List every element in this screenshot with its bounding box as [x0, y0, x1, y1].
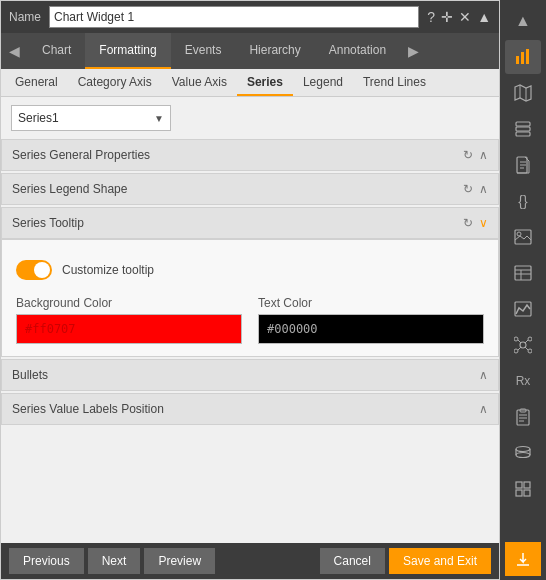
section-bullets-label: Bullets: [12, 368, 48, 382]
widget-title-input[interactable]: [49, 6, 419, 28]
preview-button[interactable]: Preview: [144, 548, 215, 574]
section-general-properties[interactable]: Series General Properties ↻ ∧: [1, 139, 499, 171]
right-sidebar: ▲ {}: [500, 0, 546, 580]
tab-formatting[interactable]: Formatting: [85, 33, 170, 69]
sidebar-stack-icon[interactable]: [505, 436, 541, 470]
subtab-series[interactable]: Series: [237, 69, 293, 96]
svg-line-27: [518, 347, 521, 350]
help-icon[interactable]: ?: [427, 9, 435, 25]
next-button[interactable]: Next: [88, 548, 141, 574]
section-tooltip-icons: ↻ ∨: [463, 216, 488, 230]
tab-hierarchy[interactable]: Hierarchy: [235, 33, 314, 69]
chevron-up-icon-2[interactable]: ∧: [479, 182, 488, 196]
sidebar-chart-icon[interactable]: [505, 40, 541, 74]
svg-line-28: [525, 347, 528, 350]
section-tooltip-container: Series Tooltip ↻ ∨ Customize tooltip: [1, 207, 499, 357]
sidebar-clipboard-icon[interactable]: [505, 400, 541, 434]
section-general-label: Series General Properties: [12, 148, 150, 162]
refresh-icon-2[interactable]: ↻: [463, 182, 473, 196]
svg-point-37: [516, 453, 530, 458]
text-color-input[interactable]: #000000: [258, 314, 484, 344]
sidebar-document-icon[interactable]: [505, 148, 541, 182]
svg-rect-7: [516, 127, 530, 131]
tab-annotation[interactable]: Annotation: [315, 33, 400, 69]
chevron-up-icon-3[interactable]: ∧: [479, 368, 488, 382]
section-legend-label: Series Legend Shape: [12, 182, 127, 196]
content-area: Series General Properties ↻ ∧ Series Leg…: [1, 139, 499, 543]
sidebar-rx-icon[interactable]: Rx: [505, 364, 541, 398]
svg-marker-3: [515, 85, 531, 101]
sidebar-table-icon[interactable]: [505, 256, 541, 290]
svg-rect-39: [524, 482, 530, 488]
refresh-icon-3[interactable]: ↻: [463, 216, 473, 230]
sub-tab-bar: General Category Axis Value Axis Series …: [1, 69, 499, 97]
text-color-value: #000000: [267, 322, 318, 336]
svg-point-21: [514, 337, 518, 341]
chevron-up-icon[interactable]: ∧: [479, 148, 488, 162]
section-tooltip-content: Customize tooltip Background Color #ff07…: [1, 239, 499, 357]
tab-bar: ◀ Chart Formatting Events Hierarchy Anno…: [1, 33, 499, 69]
svg-rect-0: [516, 56, 519, 64]
bg-color-value: #ff0707: [25, 322, 76, 336]
series-dropdown-row: Series1 ▼: [1, 97, 499, 139]
series-dropdown[interactable]: Series1 ▼: [11, 105, 171, 131]
close-icon[interactable]: ✕: [459, 9, 471, 25]
chevron-down-icon: ▼: [154, 113, 164, 124]
subtab-value-axis[interactable]: Value Axis: [162, 69, 237, 96]
customize-tooltip-label: Customize tooltip: [62, 263, 154, 277]
section-legend-shape[interactable]: Series Legend Shape ↻ ∧: [1, 173, 499, 205]
section-value-labels-label: Series Value Labels Position: [12, 402, 164, 416]
tab-arrow-right[interactable]: ▶: [400, 33, 427, 69]
bg-color-field: Background Color #ff0707: [16, 296, 242, 344]
main-panel: Name ? ✛ ✕ ▲ ◀ Chart Formatting Events H…: [0, 0, 500, 580]
text-color-field: Text Color #000000: [258, 296, 484, 344]
sidebar-grid2-icon[interactable]: [505, 472, 541, 506]
sidebar-image-icon[interactable]: [505, 220, 541, 254]
refresh-icon[interactable]: ↻: [463, 148, 473, 162]
previous-button[interactable]: Previous: [9, 548, 84, 574]
section-tooltip-header[interactable]: Series Tooltip ↻ ∨: [1, 207, 499, 239]
svg-point-23: [514, 349, 518, 353]
tab-chart[interactable]: Chart: [28, 33, 85, 69]
svg-rect-41: [524, 490, 530, 496]
chevron-down-icon-2[interactable]: ∨: [479, 216, 488, 230]
svg-rect-2: [526, 49, 529, 64]
svg-point-24: [528, 349, 532, 353]
subtab-legend[interactable]: Legend: [293, 69, 353, 96]
subtab-general[interactable]: General: [5, 69, 68, 96]
chevron-up-icon-4[interactable]: ∧: [479, 402, 488, 416]
svg-line-26: [525, 340, 528, 343]
tab-arrow-left[interactable]: ◀: [1, 33, 28, 69]
section-value-labels[interactable]: Series Value Labels Position ∧: [1, 393, 499, 425]
bg-color-label: Background Color: [16, 296, 242, 310]
svg-point-14: [517, 232, 521, 236]
svg-point-22: [528, 337, 532, 341]
sidebar-arrow-up-icon[interactable]: ▲: [505, 4, 541, 38]
cancel-button[interactable]: Cancel: [320, 548, 385, 574]
sidebar-download-icon[interactable]: [505, 542, 541, 576]
svg-rect-15: [515, 266, 531, 280]
section-bullets[interactable]: Bullets ∧: [1, 359, 499, 391]
subtab-category-axis[interactable]: Category Axis: [68, 69, 162, 96]
svg-rect-38: [516, 482, 522, 488]
section-bullets-icons: ∧: [479, 368, 488, 382]
section-legend-icons: ↻ ∧: [463, 182, 488, 196]
move-icon[interactable]: ✛: [441, 9, 453, 25]
bg-color-input[interactable]: #ff0707: [16, 314, 242, 344]
tab-events[interactable]: Events: [171, 33, 236, 69]
section-tooltip-label: Series Tooltip: [12, 216, 84, 230]
section-value-labels-icons: ∧: [479, 402, 488, 416]
subtab-trend-lines[interactable]: Trend Lines: [353, 69, 436, 96]
sidebar-network-icon[interactable]: [505, 328, 541, 362]
section-general-icons: ↻ ∧: [463, 148, 488, 162]
customize-tooltip-toggle[interactable]: [16, 260, 52, 280]
expand-icon[interactable]: ▲: [477, 9, 491, 25]
sidebar-linechart-icon[interactable]: [505, 292, 541, 326]
header-icons: ? ✛ ✕ ▲: [427, 9, 491, 25]
sidebar-layers-icon[interactable]: [505, 112, 541, 146]
save-exit-button[interactable]: Save and Exit: [389, 548, 491, 574]
svg-rect-6: [516, 122, 530, 126]
sidebar-map-icon[interactable]: [505, 76, 541, 110]
sidebar-brackets-icon[interactable]: {}: [505, 184, 541, 218]
toggle-knob: [34, 262, 50, 278]
